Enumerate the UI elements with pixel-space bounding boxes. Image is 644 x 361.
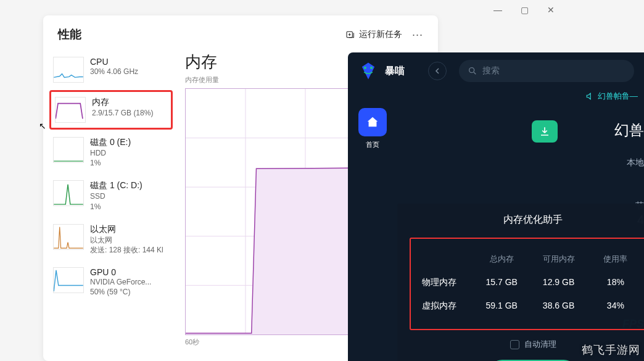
sidebar-mem-name: 内存 xyxy=(92,97,153,108)
row-phys-avail: 12.9 GB xyxy=(530,277,587,288)
svg-point-8 xyxy=(364,67,366,69)
row-phys-total: 15.7 GB xyxy=(473,277,530,288)
memory-helper-modal: ✕ 内存优化助手 总内存 可用内存 使用率 物理内存 15.7 GB 12.9 … xyxy=(397,204,644,361)
breadcrumb-text: 幻兽帕鲁— xyxy=(598,91,638,102)
row-virt-avail: 38.6 GB xyxy=(530,301,587,312)
home-icon xyxy=(366,115,379,129)
download-button[interactable] xyxy=(532,120,558,143)
sidebar-disk1-detail: SSD 1% xyxy=(90,191,142,211)
chevron-left-icon xyxy=(434,67,441,75)
sidebar-item-gpu-0[interactable]: GPU 0NVIDIA GeForce... 50% (59 °C) xyxy=(49,262,173,302)
perf-sidebar: CPU30% 4.06 GHz 内存2.9/15.7 GB (18%) 磁盘 0… xyxy=(49,49,173,347)
sidebar-gpu-detail: NVIDIA GeForce... 50% (59 °C) xyxy=(90,277,151,297)
disk1-thumb xyxy=(53,180,84,206)
header-total: 总内存 xyxy=(473,254,530,265)
svg-point-9 xyxy=(370,67,373,69)
row-virt-usage: 34% xyxy=(587,301,644,312)
maximize-button[interactable]: ▢ xyxy=(521,5,529,15)
row-phys-label: 物理内存 xyxy=(422,277,473,288)
sidebar-disk1-name: 磁盘 1 (C: D:) xyxy=(90,180,142,191)
table-header: 总内存 可用内存 使用率 xyxy=(422,247,644,271)
svg-point-10 xyxy=(469,68,474,73)
boost-app-window: 暴喵 搜索 首页 幻兽帕鲁— 幻兽 本地 节 4 F xyxy=(348,52,644,361)
header-blank xyxy=(422,254,473,265)
sidebar-item-disk-0[interactable]: 磁盘 0 (E:)HDD 1% xyxy=(49,132,173,173)
more-menu-button[interactable]: ··· xyxy=(412,28,423,41)
gpu-thumb xyxy=(53,267,84,293)
sidebar-cpu-name: CPU xyxy=(90,57,138,67)
app-logo xyxy=(358,60,379,81)
auto-clean-label: 自动清理 xyxy=(524,339,556,350)
cpu-thumb xyxy=(53,57,84,83)
sidebar-item-cpu[interactable]: CPU30% 4.06 GHz xyxy=(49,52,173,88)
app-name: 暴喵 xyxy=(385,65,405,78)
modal-title: 内存优化助手 xyxy=(410,214,644,226)
volume-icon xyxy=(585,92,594,101)
search-icon xyxy=(468,66,477,76)
cursor-icon: ↖ xyxy=(39,121,46,131)
app-nav: 首页 xyxy=(348,89,397,361)
nav-home-label: 首页 xyxy=(366,140,379,149)
row-virt-label: 虚拟内存 xyxy=(422,301,473,312)
run-task-label: 运行新任务 xyxy=(359,29,402,40)
sidebar-disk0-name: 磁盘 0 (E:) xyxy=(90,137,131,148)
window-controls: — ▢ ✕ xyxy=(484,0,564,20)
sidebar-eth-detail: 以太网 发送: 128 接收: 144 Kl xyxy=(90,235,163,255)
search-input[interactable]: 搜索 xyxy=(459,60,634,82)
sidebar-mem-detail: 2.9/15.7 GB (18%) xyxy=(92,108,153,118)
sidebar-disk0-detail: HDD 1% xyxy=(90,148,131,168)
eth-thumb xyxy=(53,224,84,250)
run-task-icon xyxy=(345,30,355,39)
game-title: 幻兽 xyxy=(614,120,644,140)
run-new-task-button[interactable]: 运行新任务 xyxy=(345,29,402,40)
nav-home-button[interactable] xyxy=(358,108,387,136)
sidebar-cpu-detail: 30% 4.06 GHz xyxy=(90,67,138,77)
download-icon xyxy=(539,126,550,137)
table-row-physical: 物理内存 15.7 GB 12.9 GB 18% xyxy=(422,271,644,294)
table-row-virtual: 虚拟内存 59.1 GB 38.6 GB 34% xyxy=(422,294,644,318)
sidebar-item-ethernet[interactable]: 以太网以太网 发送: 128 接收: 144 Kl xyxy=(49,219,173,260)
checkbox-box xyxy=(510,340,519,349)
breadcrumb[interactable]: 幻兽帕鲁— xyxy=(585,91,638,102)
page-title: 性能 xyxy=(58,27,81,43)
minimize-button[interactable]: — xyxy=(493,5,502,15)
sidebar-gpu-name: GPU 0 xyxy=(90,267,151,277)
back-button[interactable] xyxy=(428,62,447,80)
memory-table: 总内存 可用内存 使用率 物理内存 15.7 GB 12.9 GB 18% 虚拟… xyxy=(410,238,644,330)
sidebar-eth-name: 以太网 xyxy=(90,224,163,235)
watermark: 鹤飞手游网 xyxy=(582,342,640,357)
row-phys-usage: 18% xyxy=(587,277,644,288)
sidebar-item-memory[interactable]: 内存2.9/15.7 GB (18%) xyxy=(49,90,173,130)
close-button[interactable]: ✕ xyxy=(547,5,555,15)
header-usage: 使用率 xyxy=(587,254,644,265)
local-label: 本地 xyxy=(627,157,644,168)
header-avail: 可用内存 xyxy=(530,254,587,265)
row-virt-total: 59.1 GB xyxy=(473,301,530,312)
memory-thumb xyxy=(55,97,86,123)
sidebar-item-disk-1[interactable]: 磁盘 1 (C: D:)SSD 1% xyxy=(49,175,173,216)
app-content: 幻兽帕鲁— 幻兽 本地 节 4 FPS ✕ 内存优化助手 总内存 xyxy=(397,89,644,361)
search-placeholder: 搜索 xyxy=(482,65,500,77)
disk0-thumb xyxy=(53,137,84,163)
